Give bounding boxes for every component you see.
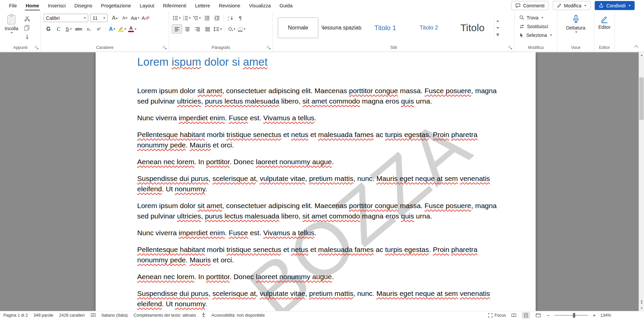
zoom-out-button[interactable]: − bbox=[546, 312, 550, 318]
misspelled-text[interactable]: pretium mattis bbox=[309, 290, 354, 297]
text-run[interactable]: . In bbox=[194, 158, 206, 166]
text-run[interactable]: . Ut bbox=[162, 185, 175, 193]
text-run[interactable]: , bbox=[201, 212, 205, 220]
paragraph[interactable]: Suspendisse dui purus, scelerisque at, v… bbox=[137, 173, 498, 194]
editing-mode-button[interactable]: Modifica bbox=[553, 1, 590, 10]
menu-tab-disegno[interactable]: Disegno bbox=[70, 0, 97, 11]
paragraph[interactable]: Suspendisse dui purus, scelerisque at, v… bbox=[137, 288, 498, 309]
line-spacing-button[interactable] bbox=[213, 25, 223, 33]
gallery-expand-button[interactable] bbox=[494, 31, 501, 39]
language-indicator[interactable]: Italiano (Italia) bbox=[102, 313, 128, 318]
text-run[interactable]: , consectetuer adipiscing elit. bbox=[222, 87, 314, 94]
underline-button[interactable]: S bbox=[64, 25, 73, 33]
text-run[interactable]: ac bbox=[374, 131, 385, 138]
text-run[interactable]: . bbox=[205, 300, 207, 308]
word-count[interactable]: 349 parole bbox=[34, 313, 53, 318]
text-run[interactable]: est. bbox=[248, 229, 263, 237]
text-run[interactable]: , bbox=[305, 175, 309, 182]
print-layout-button[interactable] bbox=[522, 312, 530, 319]
paragraph[interactable]: Pellentesque habitant morbi tristique se… bbox=[137, 244, 498, 265]
misspelled-text[interactable]: tristique senectus bbox=[226, 246, 281, 253]
comments-button[interactable]: Commenti bbox=[511, 1, 548, 10]
text-run[interactable]: libero, bbox=[279, 97, 303, 105]
collapse-ribbon-button[interactable] bbox=[633, 44, 639, 49]
text-run[interactable]: , bbox=[256, 175, 260, 182]
style-item-titolo-2[interactable]: Titolo 2 bbox=[409, 17, 449, 38]
misspelled-text[interactable]: Fusce posuere bbox=[425, 87, 471, 94]
misspelled-text[interactable]: Fusce bbox=[229, 114, 248, 122]
misspelled-text[interactable]: Mauris bbox=[190, 256, 211, 264]
misspelled-text[interactable]: sit amet bbox=[198, 202, 222, 209]
shrink-font-button[interactable]: A bbox=[120, 14, 130, 22]
proofing-status-button[interactable] bbox=[91, 313, 96, 317]
scroll-down-button[interactable] bbox=[639, 305, 644, 311]
zoom-in-button[interactable]: + bbox=[592, 312, 596, 318]
find-button[interactable]: Trova bbox=[517, 13, 554, 22]
text-run[interactable]: . bbox=[186, 256, 190, 264]
vertical-scrollbar[interactable] bbox=[639, 52, 644, 311]
misspelled-text[interactable]: turpis egestas bbox=[385, 246, 429, 253]
dictate-button[interactable]: Dettatura bbox=[564, 12, 588, 43]
misspelled-text[interactable]: Mauris eget neque at sem bbox=[376, 290, 458, 297]
text-run[interactable]: est. bbox=[248, 114, 263, 122]
style-item-nessuna-spaziatu[interactable]: Nessuna spaziatu bbox=[321, 17, 362, 38]
style-item-normale[interactable]: Normale bbox=[278, 17, 318, 38]
paragraph[interactable]: Nunc viverra imperdiet enim. Fusce est. … bbox=[137, 228, 498, 238]
misspelled-text[interactable]: turpis egestas bbox=[385, 131, 429, 138]
share-button[interactable]: Condividi bbox=[595, 1, 635, 10]
font-dialog-launcher[interactable] bbox=[163, 46, 167, 50]
text-completion-status[interactable]: Completamento del testo: attivato bbox=[133, 313, 196, 318]
char-count[interactable]: 2426 caratteri bbox=[59, 313, 85, 318]
zoom-level[interactable]: 134% bbox=[600, 313, 611, 318]
menu-tab-lettere[interactable]: Lettere bbox=[191, 0, 214, 11]
cut-button[interactable] bbox=[22, 14, 32, 22]
text-run[interactable]: , bbox=[256, 290, 260, 297]
misspelled-text[interactable]: scelerisque at bbox=[212, 290, 256, 297]
text-run[interactable]: . In bbox=[194, 273, 206, 280]
text-run[interactable]: ac bbox=[374, 246, 385, 253]
text-run[interactable]: . bbox=[332, 158, 334, 166]
focus-button[interactable]: Focus bbox=[488, 313, 506, 318]
menu-tab-file[interactable]: File bbox=[5, 0, 21, 11]
misspelled-text[interactable]: Proin bbox=[433, 246, 449, 253]
scroll-up-button[interactable] bbox=[639, 52, 644, 58]
misspelled-text[interactable]: laoreet nonummy augue bbox=[256, 273, 332, 280]
select-button[interactable]: Seleziona bbox=[517, 31, 554, 39]
misspelled-text[interactable]: porttitor bbox=[206, 273, 229, 280]
text-run[interactable]: Maecenas bbox=[315, 87, 349, 94]
gallery-row-up-button[interactable] bbox=[494, 17, 501, 24]
misspelled-text[interactable]: Proin bbox=[433, 131, 449, 138]
text-run[interactable]: et orci. bbox=[211, 256, 234, 264]
misspelled-text[interactable]: Pellentesque habitant bbox=[137, 246, 205, 253]
misspelled-text[interactable]: purus lectus malesuada bbox=[205, 212, 279, 220]
bullets-button[interactable] bbox=[172, 14, 181, 22]
superscript-button[interactable]: x² bbox=[94, 25, 104, 33]
paste-button[interactable]: Incolla bbox=[3, 12, 20, 43]
change-case-button[interactable]: Aa bbox=[130, 14, 140, 22]
misspelled-text[interactable]: porttitor congue bbox=[349, 202, 398, 209]
replace-button[interactable]: Sostituisci bbox=[517, 22, 554, 30]
misspelled-text[interactable]: Aenean nec lorem bbox=[137, 273, 194, 280]
highlight-color-button[interactable] bbox=[117, 25, 127, 33]
zoom-slider-thumb[interactable] bbox=[573, 313, 575, 318]
menu-tab-inserisci[interactable]: Inserisci bbox=[44, 0, 70, 11]
text-run[interactable]: . bbox=[314, 114, 316, 122]
paragraph[interactable]: Nunc viverra imperdiet enim. Fusce est. … bbox=[137, 113, 498, 123]
paragraph[interactable]: Aenean nec lorem. In porttitor. Donec la… bbox=[137, 271, 498, 282]
italic-button[interactable]: C bbox=[54, 25, 63, 33]
text-run[interactable]: Lorem ipsum dolor bbox=[137, 202, 198, 209]
menu-tab-home[interactable]: Home bbox=[21, 0, 43, 11]
text-run[interactable]: Nunc viverra bbox=[137, 229, 179, 237]
misspelled-text[interactable]: vulputate vitae bbox=[260, 290, 305, 297]
text-run[interactable]: , bbox=[208, 290, 212, 297]
text-run[interactable]: et bbox=[281, 131, 291, 138]
text-run[interactable]: magna eros bbox=[360, 97, 401, 105]
scrollbar-thumb[interactable] bbox=[639, 77, 644, 120]
text-run[interactable]: urna. bbox=[414, 97, 432, 105]
misspelled-text[interactable]: netus bbox=[291, 246, 308, 253]
misspelled-text[interactable]: porttitor congue bbox=[349, 87, 398, 94]
text-run[interactable]: massa. bbox=[398, 87, 424, 94]
misspelled-text[interactable]: ispum bbox=[172, 56, 201, 68]
style-item-titolo[interactable]: Titolo bbox=[452, 17, 493, 38]
text-run[interactable]: . Donec bbox=[230, 273, 256, 280]
